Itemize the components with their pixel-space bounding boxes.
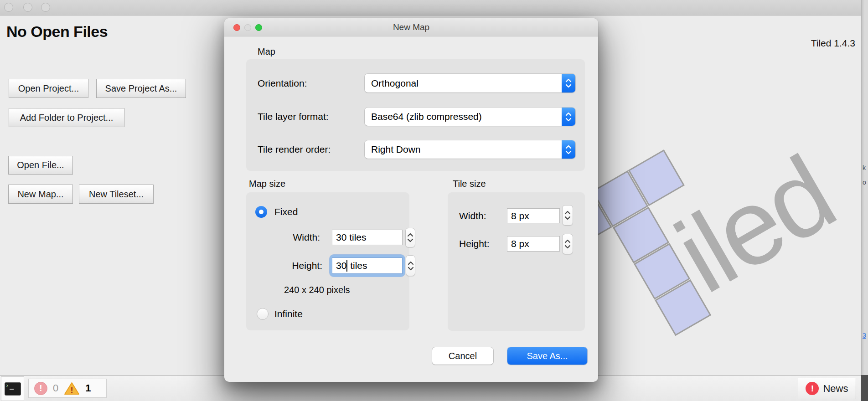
tile-width-input[interactable]: 8 px xyxy=(507,208,560,223)
dropdown-arrows-icon xyxy=(562,74,575,93)
close-button[interactable] xyxy=(4,3,13,12)
news-alert-icon: ! xyxy=(806,382,819,395)
screen: iled No Open Files Tiled 1.4.3 Open Proj… xyxy=(0,0,868,401)
infinite-radio-label: Infinite xyxy=(274,308,303,320)
orientation-label: Orientation: xyxy=(258,74,307,93)
tile-size-group-label: Tile size xyxy=(453,179,486,189)
open-file-button[interactable]: Open File... xyxy=(8,156,73,175)
logo-tile xyxy=(614,208,668,262)
console-button[interactable] xyxy=(1,376,24,401)
news-label: News xyxy=(823,383,848,395)
dropdown-arrows-icon xyxy=(562,140,575,159)
orientation-dropdown[interactable]: Orthogonal xyxy=(365,74,575,93)
map-pixel-size-text: 240 x 240 pixels xyxy=(284,285,350,295)
orientation-value: Orthogonal xyxy=(371,78,418,89)
news-button[interactable]: ! News xyxy=(798,378,856,399)
tile-layer-format-value: Base64 (zlib compressed) xyxy=(371,111,482,122)
tile-render-order-dropdown[interactable]: Right Down xyxy=(365,140,575,159)
tile-height-input[interactable]: 8 px xyxy=(507,236,560,252)
terminal-icon xyxy=(5,382,21,396)
logo-tile xyxy=(629,150,684,205)
tile-height-stepper[interactable] xyxy=(562,234,573,254)
tile-height-label: Height: xyxy=(459,236,490,252)
fixed-radio[interactable] xyxy=(255,206,267,218)
new-map-dialog: New Map Map Orientation: Orthogonal Tile… xyxy=(224,18,598,382)
add-folder-to-project-button[interactable]: Add Folder to Project... xyxy=(9,108,124,127)
map-width-stepper[interactable] xyxy=(405,228,415,247)
tile-width-value: 8 px xyxy=(511,211,529,221)
dialog-title: New Map xyxy=(224,18,598,36)
issues-panel[interactable]: ! 0 ! 1 xyxy=(28,379,107,398)
infinite-radio[interactable] xyxy=(257,308,269,320)
minimize-button[interactable] xyxy=(23,3,32,12)
tile-render-order-label: Tile render order: xyxy=(258,140,331,159)
save-project-as-button[interactable]: Save Project As... xyxy=(96,79,186,98)
screen-edge-dark xyxy=(861,375,868,401)
tile-width-label: Width: xyxy=(459,208,486,223)
main-titlebar xyxy=(0,0,868,15)
fixed-radio-label: Fixed xyxy=(274,206,298,218)
tile-height-value: 8 px xyxy=(511,238,529,249)
edge-text-fragment: o xyxy=(863,179,866,186)
map-height-unit: tiles xyxy=(347,260,367,271)
map-height-label: Height: xyxy=(274,257,322,274)
save-as-button[interactable]: Save As... xyxy=(507,347,587,365)
tile-layer-format-dropdown[interactable]: Base64 (zlib compressed) xyxy=(365,108,575,126)
map-group-label: Map xyxy=(258,46,275,57)
open-project-button[interactable]: Open Project... xyxy=(9,79,88,98)
new-tileset-button[interactable]: New Tileset... xyxy=(79,185,154,204)
logo-tile xyxy=(656,280,710,335)
page-title: No Open Files xyxy=(6,23,108,41)
error-icon: ! xyxy=(34,382,47,395)
logo-tile xyxy=(593,171,647,226)
screen-edge-strip xyxy=(861,0,868,401)
tile-width-stepper[interactable] xyxy=(562,205,573,226)
warning-count: 1 xyxy=(85,382,91,394)
error-count: 0 xyxy=(53,382,58,394)
new-map-button[interactable]: New Map... xyxy=(8,185,73,204)
svg-text:!: ! xyxy=(71,386,73,395)
app-version: Tiled 1.4.3 xyxy=(797,38,855,49)
map-width-unit: tiles xyxy=(346,232,366,243)
map-height-input[interactable]: 30 tiles xyxy=(332,257,403,274)
map-height-stepper[interactable] xyxy=(406,255,415,276)
dropdown-arrows-icon xyxy=(562,108,575,126)
tile-render-order-value: Right Down xyxy=(371,144,421,155)
warning-icon: ! xyxy=(64,381,80,396)
map-width-value: 30 xyxy=(336,232,346,243)
map-height-focus-ring: 30 tiles xyxy=(330,255,405,277)
edge-link-fragment: 3 xyxy=(863,332,866,339)
map-size-group-label: Map size xyxy=(249,179,285,189)
zoom-button[interactable] xyxy=(41,3,50,12)
logo-tile xyxy=(635,244,689,298)
watermark-text: iled xyxy=(657,134,852,315)
map-width-label: Width: xyxy=(274,230,320,245)
map-width-input[interactable]: 30 tiles xyxy=(332,230,403,245)
cancel-button[interactable]: Cancel xyxy=(432,347,493,365)
tile-layer-format-label: Tile layer format: xyxy=(258,108,329,126)
edge-text-fragment: k xyxy=(863,164,866,171)
map-height-value: 30 xyxy=(336,260,346,271)
dialog-titlebar[interactable]: New Map xyxy=(224,18,598,36)
